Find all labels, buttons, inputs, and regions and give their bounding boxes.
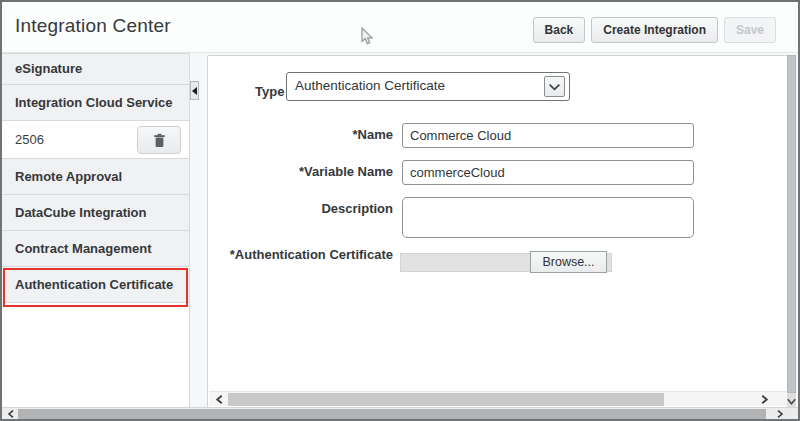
browse-button[interactable]: Browse... <box>530 251 607 273</box>
authentication-certificate-label: *Authentication Certificate <box>208 247 393 263</box>
description-label: Description <box>208 201 393 216</box>
delete-integration-button[interactable] <box>137 126 181 154</box>
sidebar-item-label: Authentication Certificate <box>15 277 173 292</box>
description-textarea[interactable] <box>402 197 694 238</box>
vertical-scroll-thumb[interactable] <box>787 55 796 393</box>
sidebar-item-label: eSignature <box>15 61 82 76</box>
type-label: Type <box>255 84 284 99</box>
mouse-pointer-icon <box>360 27 373 46</box>
scroll-right-icon[interactable] <box>756 392 772 407</box>
page-vertical-scrollbar[interactable] <box>787 55 796 408</box>
page-scroll-right-icon[interactable] <box>772 408 788 420</box>
save-button: Save <box>724 17 776 43</box>
page-horizontal-scrollbar[interactable] <box>2 407 798 419</box>
sidebar-item-integration-cloud-service[interactable]: Integration Cloud Service <box>2 85 189 121</box>
sidebar-item-label: DataCube Integration <box>15 205 146 220</box>
collapse-left-icon <box>192 87 197 95</box>
horizontal-scroll-thumb[interactable] <box>228 393 664 406</box>
sidebar-item-label: Integration Cloud Service <box>15 95 172 110</box>
chevron-down-icon[interactable] <box>544 76 565 97</box>
sidebar-item-label: Remote Approval <box>15 169 122 184</box>
sidebar-subitem-2506[interactable]: 2506 <box>2 121 189 159</box>
integration-form-panel: Type Authentication Certificate *Name *V… <box>207 55 790 408</box>
sidebar-item-label: Contract Management <box>15 241 152 256</box>
integration-center-window: Integration Center Back Create Integrati… <box>0 0 800 421</box>
header: Integration Center Back Create Integrati… <box>2 2 798 52</box>
header-buttons: Back Create Integration Save <box>533 17 776 43</box>
sidebar-item-label: 2506 <box>15 132 44 147</box>
sidebar-item-remote-approval[interactable]: Remote Approval <box>2 159 189 195</box>
back-button[interactable]: Back <box>533 17 586 43</box>
sidebar-item-datacube-integration[interactable]: DataCube Integration <box>2 195 189 231</box>
name-label: *Name <box>208 127 393 142</box>
name-input[interactable] <box>402 123 694 148</box>
body-area: eSignature Integration Cloud Service 250… <box>2 52 798 419</box>
variable-name-label: *Variable Name <box>208 164 393 179</box>
sidebar-collapse-handle[interactable] <box>190 81 199 100</box>
page-scroll-left-icon[interactable] <box>3 408 19 420</box>
sidebar-item-authentication-certificate[interactable]: Authentication Certificate <box>2 267 189 303</box>
variable-name-input[interactable] <box>402 160 694 185</box>
type-dropdown-value: Authentication Certificate <box>295 78 445 93</box>
sidebar-item-contract-management[interactable]: Contract Management <box>2 231 189 267</box>
scroll-left-icon[interactable] <box>211 392 227 407</box>
scroll-down-icon[interactable] <box>784 394 798 408</box>
sidebar: eSignature Integration Cloud Service 250… <box>2 53 190 419</box>
create-integration-button[interactable]: Create Integration <box>591 17 718 43</box>
sidebar-item-esignature[interactable]: eSignature <box>2 54 189 85</box>
type-dropdown[interactable]: Authentication Certificate <box>286 72 570 101</box>
page-scroll-thumb[interactable] <box>18 409 766 419</box>
page-title: Integration Center <box>15 15 171 37</box>
panel-horizontal-scrollbar[interactable] <box>209 391 788 406</box>
trash-icon <box>153 133 166 148</box>
